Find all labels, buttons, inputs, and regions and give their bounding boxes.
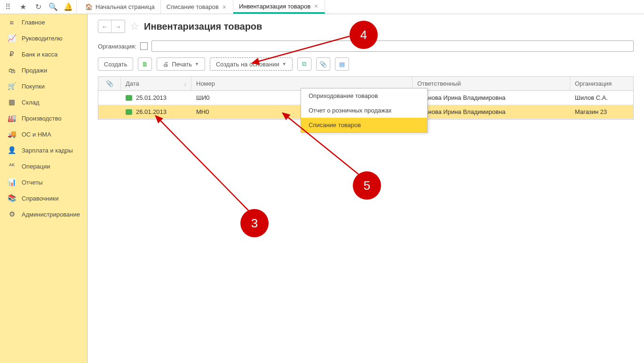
history-icon[interactable]: ↻ bbox=[34, 3, 42, 11]
sidebar-item-label: Операции bbox=[22, 163, 50, 170]
th-number-label: Номер bbox=[196, 80, 215, 87]
person-icon: 👤 bbox=[8, 146, 16, 154]
sidebar-item-main[interactable]: ≡Главное bbox=[0, 14, 87, 30]
bell-icon[interactable]: 🔔 bbox=[64, 3, 72, 11]
menu-item-retail-report[interactable]: Отчет о розничных продажах bbox=[301, 103, 427, 118]
sidebar-item-operations[interactable]: ᴬᴷОперации bbox=[0, 158, 87, 174]
menu-item-label: Оприходование товаров bbox=[309, 92, 378, 99]
close-icon[interactable]: × bbox=[222, 3, 227, 11]
cart-icon: 🛒 bbox=[8, 82, 16, 90]
chevron-down-icon: ▼ bbox=[282, 62, 286, 66]
tab-writeoff-label: Списание товаров bbox=[167, 3, 219, 10]
system-icons-group: ⠿ ★ ↻ 🔍 🔔 bbox=[0, 0, 77, 14]
sidebar-item-purchases[interactable]: 🛒Покупки bbox=[0, 78, 87, 94]
nav-buttons: ← → bbox=[98, 20, 125, 33]
sidebar-item-label: Главное bbox=[22, 19, 45, 26]
sidebar-item-label: Руководителю bbox=[22, 35, 63, 42]
sidebar-item-warehouse[interactable]: ▦Склад bbox=[0, 94, 87, 110]
sidebar-item-references[interactable]: 📚Справочники bbox=[0, 190, 87, 206]
annotation-bubble-5: 5 bbox=[353, 171, 381, 200]
th-attachment[interactable]: 📎 bbox=[98, 77, 121, 90]
link-button[interactable]: ⧉ bbox=[297, 57, 311, 71]
sidebar-item-label: Банк и касса bbox=[22, 51, 58, 58]
tab-home-label: Начальная страница bbox=[95, 3, 155, 10]
sidebar: ≡Главное 📈Руководителю ₽Банк и касса 🛍Пр… bbox=[0, 14, 87, 363]
favorite-star-icon[interactable]: ☆ bbox=[130, 20, 139, 32]
document-status-icon bbox=[126, 95, 132, 101]
th-date-label: Дата bbox=[126, 80, 139, 87]
sidebar-item-label: ОС и НМА bbox=[22, 131, 51, 138]
sidebar-item-sales[interactable]: 🛍Продажи bbox=[0, 62, 87, 78]
org-filter-input[interactable] bbox=[151, 40, 634, 52]
clip-icon: 📎 bbox=[319, 61, 327, 68]
th-responsible[interactable]: Ответственный bbox=[413, 77, 570, 90]
chevron-down-icon: ▼ bbox=[195, 62, 199, 66]
cell-number: ШИ0 bbox=[196, 94, 210, 101]
cell-organization: Магазин 23 bbox=[575, 108, 607, 115]
th-organization[interactable]: Организация bbox=[570, 77, 633, 90]
sidebar-item-admin[interactable]: ⚙Администрирование bbox=[0, 206, 87, 222]
tab-writeoff[interactable]: Списание товаров × bbox=[161, 0, 233, 14]
truck-icon: 🚚 bbox=[8, 130, 16, 138]
create-button-label: Создать bbox=[104, 61, 127, 68]
menu-item-writeoff[interactable]: Списание товаров bbox=[301, 118, 427, 132]
document-status-icon bbox=[126, 109, 132, 115]
chart-icon: 📈 bbox=[8, 34, 16, 42]
sidebar-item-assets[interactable]: 🚚ОС и НМА bbox=[0, 126, 87, 142]
sidebar-item-label: Отчеты bbox=[22, 179, 43, 186]
cell-responsible: Иванова Ирина Владимировна bbox=[417, 108, 506, 115]
menu-item-label: Списание товаров bbox=[309, 121, 361, 129]
back-button[interactable]: ← bbox=[98, 20, 111, 32]
boxes-icon: ▦ bbox=[8, 98, 16, 106]
home-icon: 🏠 bbox=[85, 3, 93, 10]
create-based-label: Создать на основании bbox=[216, 61, 279, 68]
sidebar-item-hr[interactable]: 👤Зарплата и кадры bbox=[0, 142, 87, 158]
copy-button[interactable]: 🗎 bbox=[138, 57, 152, 71]
create-button[interactable]: Создать bbox=[98, 57, 133, 71]
top-toolbar: ⠿ ★ ↻ 🔍 🔔 🏠 Начальная страница Списание … bbox=[0, 0, 644, 14]
tab-home[interactable]: 🏠 Начальная страница bbox=[77, 0, 161, 14]
bars-icon: 📊 bbox=[8, 178, 16, 186]
sidebar-item-manager[interactable]: 📈Руководителю bbox=[0, 30, 87, 46]
list-icon: ▤ bbox=[339, 61, 345, 68]
sidebar-item-label: Справочники bbox=[22, 195, 59, 202]
sidebar-item-bank[interactable]: ₽Банк и касса bbox=[0, 46, 87, 62]
th-organization-label: Организация bbox=[575, 80, 612, 87]
th-responsible-label: Ответственный bbox=[417, 80, 461, 87]
books-icon: 📚 bbox=[8, 194, 16, 202]
list-button[interactable]: ▤ bbox=[335, 57, 349, 71]
print-button[interactable]: 🖨Печать▼ bbox=[157, 57, 205, 71]
sort-asc-icon: ↓ bbox=[184, 81, 187, 87]
search-icon[interactable]: 🔍 bbox=[49, 3, 57, 11]
sidebar-item-label: Производство bbox=[22, 115, 62, 122]
star-icon[interactable]: ★ bbox=[19, 3, 27, 11]
org-filter-checkbox[interactable] bbox=[140, 42, 148, 50]
gear-icon: ⚙ bbox=[8, 210, 16, 218]
menu-icon: ≡ bbox=[8, 18, 16, 26]
cell-date: 26.01.2013 bbox=[136, 108, 167, 115]
ops-icon: ᴬᴷ bbox=[8, 162, 16, 170]
apps-icon[interactable]: ⠿ bbox=[4, 3, 12, 11]
bag-icon: 🛍 bbox=[8, 66, 16, 74]
sidebar-item-production[interactable]: 🏭Производство bbox=[0, 110, 87, 126]
create-based-button[interactable]: Создать на основании▼ bbox=[210, 57, 293, 71]
sidebar-item-reports[interactable]: 📊Отчеты bbox=[0, 174, 87, 190]
sidebar-item-label: Покупки bbox=[22, 83, 45, 90]
tab-inventory-label: Инвентаризация товаров bbox=[239, 3, 310, 10]
annotation-bubble-4: 4 bbox=[350, 21, 378, 49]
close-icon[interactable]: × bbox=[313, 2, 319, 10]
sidebar-item-label: Продажи bbox=[22, 67, 47, 74]
clip-icon: 📎 bbox=[106, 80, 113, 87]
cell-number: МН0 bbox=[196, 108, 209, 115]
attach-button[interactable]: 📎 bbox=[316, 57, 330, 71]
th-date[interactable]: Дата↓ bbox=[121, 77, 191, 90]
sidebar-item-label: Администрирование bbox=[22, 211, 80, 218]
org-filter-label: Организация: bbox=[98, 43, 136, 50]
create-based-dropdown: Оприходование товаров Отчет о розничных … bbox=[301, 88, 428, 133]
tab-inventory[interactable]: Инвентаризация товаров × bbox=[233, 0, 325, 14]
menu-item-receipt[interactable]: Оприходование товаров bbox=[301, 89, 427, 103]
annotation-bubble-3: 3 bbox=[240, 209, 269, 237]
forward-button[interactable]: → bbox=[111, 20, 125, 32]
cell-date: 25.01.2013 bbox=[136, 94, 167, 101]
cell-responsible: Иванова Ирина Владимировна bbox=[417, 94, 506, 101]
